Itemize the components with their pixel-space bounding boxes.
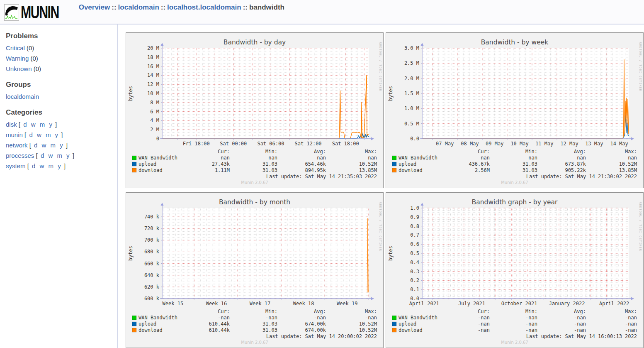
period-link-disk-w[interactable]: w: [31, 121, 36, 128]
y-tick-label: 14 M: [147, 72, 159, 78]
y-axis-label: bytes: [128, 86, 134, 101]
legend-value: -nan: [478, 315, 490, 321]
breadcrumb-separator: ::: [241, 3, 249, 11]
period-link-processes-m[interactable]: m: [57, 152, 62, 159]
y-tick-label: 0.0: [410, 136, 419, 142]
y-tick-label: 20 M: [147, 45, 159, 51]
legend-swatch-upload: [392, 162, 396, 166]
category-item: network [ d w m y ]: [6, 140, 117, 150]
y-tick-label: 2 M: [150, 127, 159, 132]
munin-logo-link[interactable]: MUNIN: [4, 4, 74, 21]
bracket: ]: [64, 142, 68, 149]
problems-list: Critical (0)Warning (0)Unknown (0): [6, 43, 117, 74]
problem-link-critical[interactable]: Critical: [6, 44, 25, 51]
period-link-network-y[interactable]: y: [60, 142, 63, 149]
period-link-disk-y[interactable]: y: [49, 121, 52, 128]
graph-panel-by-year[interactable]: Bandwidth graph - by yearbytesApril 2021…: [386, 192, 644, 348]
graphs-grid: Bandwidth - by daybytesFri 18:00Sat 00:0…: [118, 25, 644, 348]
breadcrumb-group-link[interactable]: localdomain: [118, 3, 159, 11]
problem-item: Critical (0): [6, 43, 117, 53]
x-tick-label: Sat 12:00: [295, 141, 322, 147]
category-link-system[interactable]: system: [6, 162, 26, 169]
rrd-graph-image: Bandwidth - by monthbytesWeek 15Week 16W…: [126, 193, 383, 348]
graph-panel-by-week[interactable]: Bandwidth - by weekbytes07 May08 May09 M…: [386, 32, 644, 188]
legend-column-header: Max:: [365, 149, 377, 154]
problem-link-warning[interactable]: Warning: [6, 55, 29, 62]
period-link-system-w[interactable]: w: [40, 162, 44, 169]
period-link-disk-d[interactable]: d: [23, 121, 27, 128]
y-tick-label: 740 k: [144, 214, 160, 220]
legend-series-name: download: [139, 327, 163, 333]
legend-series-name: upload: [399, 161, 416, 167]
x-tick-label: Sat 06:00: [257, 141, 284, 147]
legend-swatch-upload: [132, 162, 136, 166]
breadcrumb-overview-link[interactable]: Overview: [79, 3, 110, 11]
category-link-processes[interactable]: processes: [6, 152, 34, 159]
legend-value: 27.43k: [212, 161, 230, 167]
breadcrumb-separator: ::: [110, 3, 118, 11]
problem-link-unknown[interactable]: Unknown: [6, 65, 32, 72]
graph-panel-by-month[interactable]: Bandwidth - by monthbytesWeek 15Week 16W…: [126, 192, 384, 348]
period-link-system-y[interactable]: y: [58, 162, 61, 169]
legend-value: -nan: [314, 315, 326, 321]
period-link-network-d[interactable]: d: [34, 142, 37, 149]
y-tick-label: 16 M: [147, 64, 159, 69]
x-tick-label: Week 19: [337, 301, 358, 306]
legend-series-name: download: [139, 167, 163, 173]
legend-value: -nan: [625, 327, 637, 333]
y-tick-label: 4 M: [150, 118, 159, 123]
period-link-munin-m[interactable]: m: [46, 131, 51, 138]
period-link-disk-m[interactable]: m: [40, 121, 45, 128]
legend-value: -nan: [625, 155, 637, 161]
bracket: ]: [62, 162, 66, 169]
x-tick-label: Sat 18:00: [332, 141, 359, 147]
y-tick-label: 0.1: [410, 287, 419, 292]
period-link-system-m[interactable]: m: [49, 162, 54, 169]
chart-title: Bandwidth graph - by year: [472, 199, 558, 206]
period-link-munin-y[interactable]: y: [55, 131, 58, 138]
x-tick-label: Week 16: [206, 301, 227, 306]
legend-value: 673.87k: [565, 161, 586, 167]
chart-title: Bandwidth - by week: [481, 39, 549, 46]
x-tick-label: April 2021: [409, 301, 439, 306]
period-link-processes-w[interactable]: w: [48, 152, 53, 159]
category-link-network[interactable]: network: [6, 142, 28, 149]
period-link-processes-y[interactable]: y: [66, 152, 70, 159]
y-tick-label: 8 M: [150, 100, 159, 105]
category-link-munin[interactable]: munin: [6, 131, 23, 138]
period-link-munin-w[interactable]: w: [37, 131, 41, 138]
legend-swatch-wan-bandwidth: [392, 156, 396, 160]
period-link-processes-d[interactable]: d: [41, 152, 44, 159]
legend-value: 674.00k: [305, 327, 326, 333]
y-tick-label: 0.8: [410, 223, 419, 229]
category-link-disk[interactable]: disk: [6, 121, 17, 128]
graph-panel-by-day[interactable]: Bandwidth - by daybytesFri 18:00Sat 00:0…: [126, 32, 384, 188]
legend-value: -nan: [574, 321, 586, 327]
legend-series-name: WAN Bandwidth: [139, 315, 177, 321]
rrdtool-caption: RRDTOOL / TOBI OETIKER: [379, 202, 382, 251]
legend-value: 13.85M: [359, 167, 377, 173]
period-link-network-m[interactable]: m: [51, 142, 56, 149]
last-update-text: Last update: Sat May 14 20:00:02 2022: [266, 333, 377, 339]
x-tick-label: 13 May: [585, 141, 603, 147]
period-link-munin-d[interactable]: d: [29, 131, 32, 138]
legend-column-header: Cur:: [478, 149, 490, 154]
group-link-localdomain[interactable]: localdomain: [6, 93, 39, 100]
categories-heading: Categories: [6, 108, 117, 117]
legend-value: -nan: [525, 315, 537, 321]
period-link-system-d[interactable]: d: [32, 162, 35, 169]
legend-value: -nan: [314, 155, 326, 161]
legend-series-name: WAN Bandwidth: [399, 315, 437, 321]
legend-value: -nan: [265, 155, 277, 161]
categories-list: disk [ d w m y ]munin [ d w m y ]network…: [6, 119, 117, 171]
y-tick-label: 680 k: [144, 249, 160, 255]
legend-swatch-wan-bandwidth: [392, 316, 396, 320]
legend-column-header: Avg:: [574, 309, 586, 314]
period-link-network-w[interactable]: w: [42, 142, 46, 149]
legend-value: 31.03: [522, 167, 537, 173]
x-tick-label: Sat 00:00: [220, 141, 247, 147]
y-tick-label: 18 M: [147, 54, 159, 60]
breadcrumb-host-link[interactable]: localhost.localdomain: [167, 3, 241, 11]
legend-value: -nan: [478, 321, 490, 327]
x-tick-label: 08 May: [461, 141, 479, 147]
